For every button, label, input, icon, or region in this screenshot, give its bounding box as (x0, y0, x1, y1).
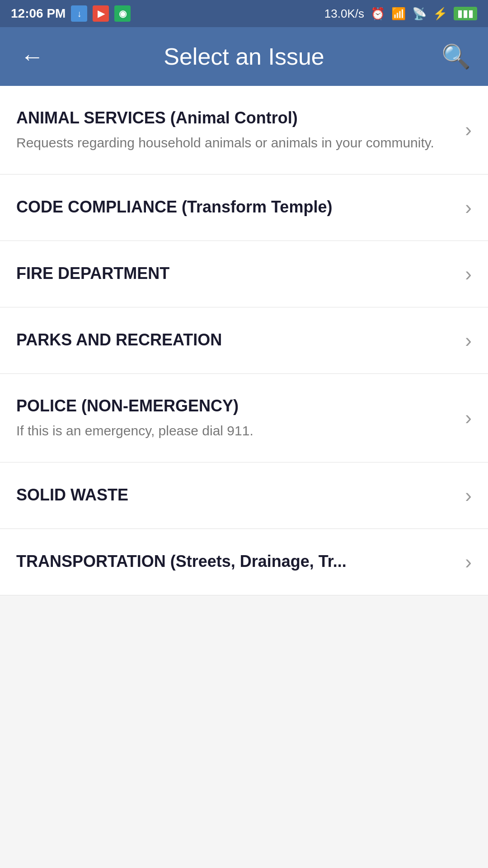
item-title: POLICE (NON-EMERGENCY) (16, 396, 456, 417)
item-title: SOLID WASTE (16, 485, 456, 506)
item-title: FIRE DEPARTMENT (16, 263, 456, 284)
chevron-right-icon: › (465, 118, 472, 141)
list-item[interactable]: PARKS AND RECREATION › (0, 307, 488, 374)
item-title: TRANSPORTATION (Streets, Drainage, Tr... (16, 551, 456, 572)
item-content: POLICE (NON-EMERGENCY) If this is an eme… (16, 396, 465, 440)
item-title: ANIMAL SERVICES (Animal Control) (16, 108, 456, 129)
list-item[interactable]: TRANSPORTATION (Streets, Drainage, Tr...… (0, 529, 488, 595)
chevron-right-icon: › (465, 196, 472, 219)
battery-icon: ▮▮▮ (454, 7, 477, 20)
item-subtitle: If this is an emergency, please dial 911… (16, 421, 456, 440)
item-content: FIRE DEPARTMENT (16, 263, 465, 284)
list-item[interactable]: CODE COMPLIANCE (Transform Temple) › (0, 175, 488, 241)
item-subtitle: Requests regarding household animals or … (16, 133, 456, 152)
list-item[interactable]: FIRE DEPARTMENT › (0, 241, 488, 307)
chevron-right-icon: › (465, 484, 472, 507)
charging-icon: ⚡ (433, 7, 447, 21)
chevron-right-icon: › (465, 263, 472, 285)
network-speed: 13.0K/s (324, 7, 364, 21)
status-time: 12:06 PM ↓ ▶ ◉ (11, 5, 131, 22)
list-item[interactable]: SOLID WASTE › (0, 462, 488, 529)
app-bar: ← Select an Issue 🔍 (0, 27, 488, 86)
status-right-icons: 13.0K/s ⏰ 📶 📡 ⚡ ▮▮▮ (324, 7, 477, 21)
app-icon-1: ↓ (71, 5, 87, 22)
item-content: PARKS AND RECREATION (16, 330, 465, 351)
item-content: ANIMAL SERVICES (Animal Control) Request… (16, 108, 465, 152)
wifi-icon: 📶 (391, 7, 406, 21)
list-item[interactable]: ANIMAL SERVICES (Animal Control) Request… (0, 86, 488, 175)
alarm-icon: ⏰ (371, 7, 385, 21)
item-content: SOLID WASTE (16, 485, 465, 506)
item-content: CODE COMPLIANCE (Transform Temple) (16, 197, 465, 218)
item-title: PARKS AND RECREATION (16, 330, 456, 351)
back-button[interactable]: ← (16, 43, 48, 70)
status-bar: 12:06 PM ↓ ▶ ◉ 13.0K/s ⏰ 📶 📡 ⚡ ▮▮▮ (0, 0, 488, 27)
time-text: 12:06 PM (11, 6, 66, 21)
app-icon-3: ◉ (114, 5, 131, 22)
chevron-right-icon: › (465, 406, 472, 429)
search-button[interactable]: 🔍 (440, 43, 472, 71)
signal-icon: 📡 (412, 7, 427, 21)
chevron-right-icon: › (465, 551, 472, 573)
chevron-right-icon: › (465, 329, 472, 352)
app-icon-2: ▶ (93, 5, 109, 22)
item-title: CODE COMPLIANCE (Transform Temple) (16, 197, 456, 218)
issue-list: ANIMAL SERVICES (Animal Control) Request… (0, 86, 488, 595)
list-item[interactable]: POLICE (NON-EMERGENCY) If this is an eme… (0, 374, 488, 462)
item-content: TRANSPORTATION (Streets, Drainage, Tr... (16, 551, 465, 572)
page-title: Select an Issue (48, 43, 440, 70)
